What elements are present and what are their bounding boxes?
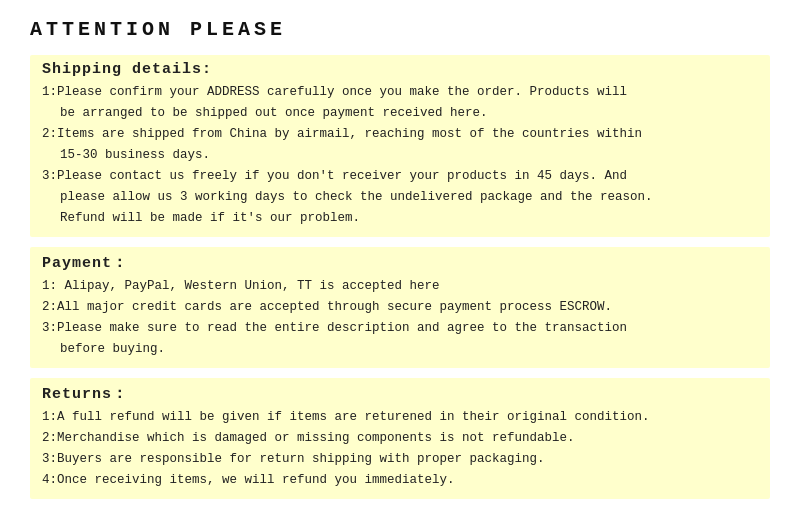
returns-section: Returns： 1:A full refund will be given i… [30,378,770,499]
shipping-section: Shipping details: 1:Please confirm your … [30,55,770,237]
payment-item-1-line-1: 1: Alipay, PayPal, Western Union, TT is … [42,276,758,296]
returns-item-2-line-1: 2:Merchandise which is damaged or missin… [42,428,758,448]
returns-item-2: 2:Merchandise which is damaged or missin… [42,428,758,448]
shipping-item-2-line-2: 15-30 business days. [60,145,758,165]
payment-title: Payment： [42,253,758,272]
payment-item-2-line-1: 2:All major credit cards are accepted th… [42,297,758,317]
shipping-title: Shipping details: [42,61,758,78]
returns-item-4: 4:Once receiving items, we will refund y… [42,470,758,490]
shipping-item-2: 2:Items are shipped from China by airmai… [42,124,758,165]
returns-title: Returns： [42,384,758,403]
returns-item-1-line-1: 1:A full refund will be given if items a… [42,407,758,427]
shipping-item-3: 3:Please contact us freely if you don't … [42,166,758,228]
shipping-item-1: 1:Please confirm your ADDRESS carefully … [42,82,758,123]
shipping-item-3-line-2: please allow us 3 working days to check … [60,187,758,207]
returns-item-3: 3:Buyers are responsible for return ship… [42,449,758,469]
returns-item-1: 1:A full refund will be given if items a… [42,407,758,427]
shipping-item-3-line-1: 3:Please contact us freely if you don't … [42,166,758,186]
payment-item-1: 1: Alipay, PayPal, Western Union, TT is … [42,276,758,296]
payment-item-2: 2:All major credit cards are accepted th… [42,297,758,317]
payment-section: Payment： 1: Alipay, PayPal, Western Unio… [30,247,770,368]
shipping-item-2-line-1: 2:Items are shipped from China by airmai… [42,124,758,144]
shipping-item-1-line-2: be arranged to be shipped out once payme… [60,103,758,123]
page-container: ATTENTION PLEASE Shipping details: 1:Ple… [0,0,800,505]
returns-item-3-line-1: 3:Buyers are responsible for return ship… [42,449,758,469]
payment-item-3-line-1: 3:Please make sure to read the entire de… [42,318,758,338]
payment-item-3: 3:Please make sure to read the entire de… [42,318,758,359]
shipping-item-1-line-1: 1:Please confirm your ADDRESS carefully … [42,82,758,102]
payment-item-3-line-2: before buying. [60,339,758,359]
shipping-item-3-line-3: Refund will be made if it's our problem. [60,208,758,228]
returns-item-4-line-1: 4:Once receiving items, we will refund y… [42,470,758,490]
page-title: ATTENTION PLEASE [30,18,770,41]
